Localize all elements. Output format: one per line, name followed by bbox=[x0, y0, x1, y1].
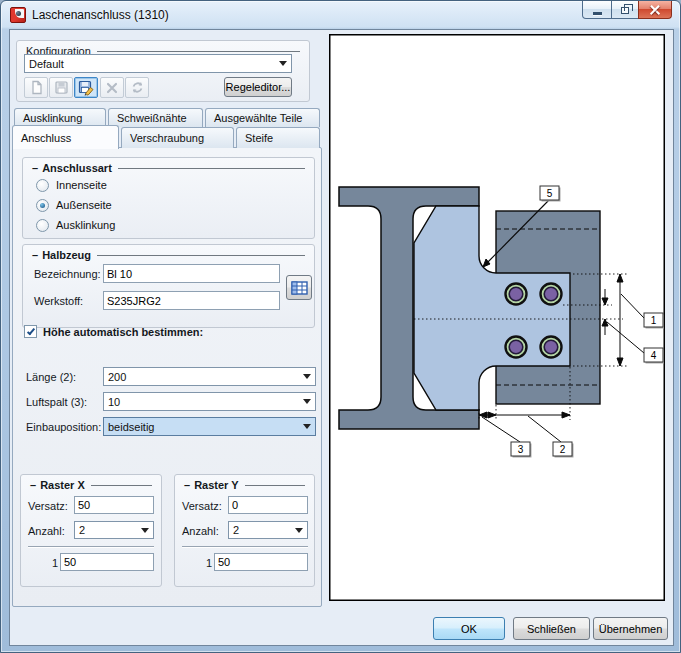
delete-x-icon bbox=[105, 81, 119, 95]
bolt-icon bbox=[541, 284, 562, 305]
chevron-down-icon bbox=[291, 522, 307, 538]
halbzeug-group: – Halbzeug bbox=[22, 244, 315, 328]
refresh-icon bbox=[130, 80, 145, 95]
save-icon bbox=[54, 80, 69, 95]
raster-x-row-index: 1 bbox=[52, 557, 58, 569]
hoehe-auto-label: Höhe automatisch bestimmen: bbox=[43, 326, 203, 338]
dialog-window: Laschenanschluss (1310) Konfiguration De… bbox=[0, 0, 681, 653]
save-edit-icon bbox=[78, 80, 94, 96]
radio-icon bbox=[36, 179, 49, 192]
delete-config-button[interactable] bbox=[100, 77, 124, 98]
close-dialog-button[interactable]: Schließen bbox=[513, 617, 590, 640]
radio-ausklinkung[interactable]: Ausklinkung bbox=[36, 217, 115, 233]
konfiguration-rule-line bbox=[97, 51, 300, 52]
bolt-icon bbox=[506, 337, 527, 358]
bolt-icon bbox=[506, 284, 527, 305]
catalogue-browse-button[interactable] bbox=[286, 275, 312, 300]
werkstoff-field[interactable] bbox=[103, 291, 280, 310]
close-label: Schließen bbox=[527, 623, 576, 635]
raster-y-row-field[interactable] bbox=[214, 553, 308, 571]
dialog-surface: Konfiguration Default bbox=[9, 29, 674, 646]
einbauposition-label: Einbauposition: bbox=[26, 421, 101, 433]
titlebar[interactable]: Laschenanschluss (1310) bbox=[1, 1, 680, 29]
chevron-down-icon bbox=[299, 368, 315, 385]
raster-x-title: Raster X bbox=[40, 479, 85, 491]
bolt-icon bbox=[541, 337, 562, 358]
save-config-as-button[interactable] bbox=[74, 77, 98, 98]
minimize-icon bbox=[593, 12, 602, 15]
chevron-down-icon bbox=[275, 55, 291, 72]
svg-text:1: 1 bbox=[651, 315, 657, 326]
tab-label: Ausklinkung bbox=[23, 112, 82, 124]
bezeichnung-label: Bezeichnung: bbox=[34, 268, 101, 280]
new-config-button[interactable] bbox=[24, 77, 48, 98]
konfiguration-combobox[interactable]: Default bbox=[24, 54, 292, 73]
chevron-down-icon bbox=[137, 522, 153, 538]
apply-label: Übernehmen bbox=[599, 623, 663, 635]
radio-label: Ausklinkung bbox=[56, 219, 115, 231]
rule-editor-label: Regeleditor... bbox=[226, 81, 291, 93]
preview-canvas: 5 1 4 3 bbox=[329, 34, 665, 601]
svg-text:4: 4 bbox=[651, 350, 657, 361]
tab-label: Schweißnähte bbox=[117, 112, 187, 124]
luftspalt-label: Luftspalt (3): bbox=[26, 396, 87, 408]
tab-anschluss[interactable]: Anschluss bbox=[12, 125, 119, 149]
ok-button[interactable]: OK bbox=[433, 617, 505, 640]
chevron-down-icon bbox=[299, 418, 315, 435]
callout-5: 5 bbox=[540, 186, 561, 202]
tab-steife[interactable]: Steife bbox=[236, 127, 320, 148]
raster-y-row-index: 1 bbox=[206, 557, 212, 569]
svg-text:2: 2 bbox=[560, 444, 566, 455]
callout-3: 3 bbox=[511, 442, 532, 458]
laenge-label: Länge (2): bbox=[26, 371, 76, 383]
svg-text:5: 5 bbox=[547, 188, 553, 199]
svg-text:3: 3 bbox=[518, 444, 524, 455]
raster-x-anzahl-label: Anzahl: bbox=[28, 525, 65, 537]
einbauposition-combobox[interactable]: beidseitig bbox=[103, 417, 316, 436]
new-page-icon bbox=[29, 80, 44, 95]
raster-x-versatz-label: Versatz: bbox=[28, 500, 68, 512]
app-icon bbox=[10, 7, 26, 23]
werkstoff-label: Werkstoff: bbox=[34, 295, 83, 307]
apply-button[interactable]: Übernehmen bbox=[593, 617, 668, 640]
callout-4: 4 bbox=[644, 348, 664, 364]
tab-ausgewaehlte-teile[interactable]: Ausgewählte Teile bbox=[205, 108, 320, 127]
window-title: Laschenanschluss (1310) bbox=[32, 8, 169, 22]
tab-schweissnaehte[interactable]: Schweißnähte bbox=[108, 108, 203, 127]
raster-y-separator bbox=[182, 546, 308, 548]
raster-y-title: Raster Y bbox=[194, 479, 238, 491]
radio-icon bbox=[36, 219, 49, 232]
hoehe-auto-checkbox[interactable] bbox=[24, 325, 37, 338]
chevron-down-icon bbox=[299, 393, 315, 410]
ok-label: OK bbox=[461, 623, 477, 635]
halbzeug-title: Halbzeug bbox=[42, 249, 91, 261]
tab-label: Steife bbox=[245, 132, 273, 144]
raster-y-anzahl-combobox[interactable]: 2 bbox=[228, 521, 308, 539]
tab-label: Verschraubung bbox=[130, 132, 204, 144]
radio-label: Innenseite bbox=[56, 179, 107, 191]
laenge-combobox[interactable]: 200 bbox=[103, 367, 316, 386]
raster-x-separator bbox=[28, 546, 154, 548]
bezeichnung-field[interactable] bbox=[103, 264, 280, 283]
save-config-button[interactable] bbox=[49, 77, 73, 98]
caption-buttons bbox=[583, 1, 672, 19]
tab-verschraubung[interactable]: Verschraubung bbox=[121, 127, 234, 148]
raster-x-row-field[interactable] bbox=[60, 553, 154, 571]
radio-aussenseite[interactable]: Außenseite bbox=[36, 197, 112, 213]
restore-button[interactable] bbox=[611, 1, 639, 19]
callout-2: 2 bbox=[553, 442, 574, 458]
minimize-button[interactable] bbox=[582, 1, 612, 19]
close-button[interactable] bbox=[638, 1, 672, 19]
raster-x-versatz-field[interactable] bbox=[74, 496, 154, 514]
refresh-config-button[interactable] bbox=[125, 77, 149, 98]
luftspalt-value: 10 bbox=[104, 396, 299, 408]
laenge-value: 200 bbox=[104, 371, 299, 383]
einbauposition-value: beidseitig bbox=[104, 421, 299, 433]
raster-x-anzahl-combobox[interactable]: 2 bbox=[74, 521, 154, 539]
radio-label: Außenseite bbox=[56, 199, 112, 211]
rule-editor-button[interactable]: Regeleditor... bbox=[224, 77, 292, 97]
radio-innenseite[interactable]: Innenseite bbox=[36, 177, 107, 193]
tab-label: Ausgewählte Teile bbox=[214, 112, 302, 124]
luftspalt-combobox[interactable]: 10 bbox=[103, 392, 316, 411]
raster-y-versatz-field[interactable] bbox=[228, 496, 308, 514]
